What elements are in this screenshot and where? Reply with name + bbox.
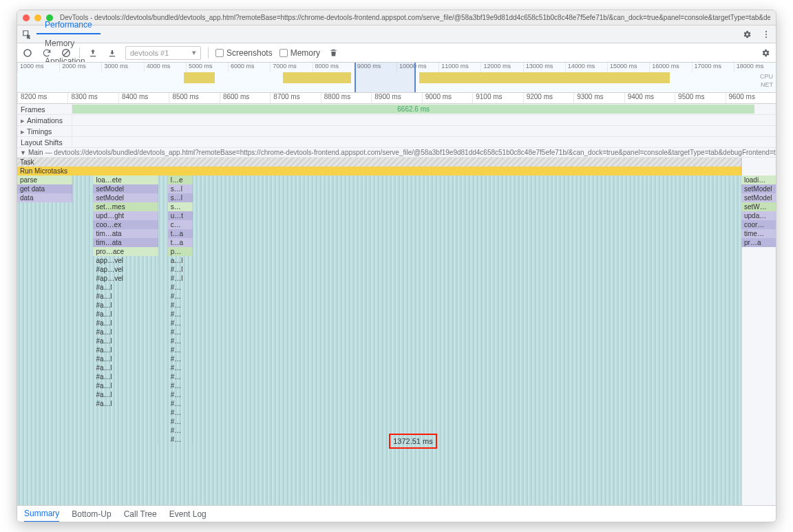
flame-event[interactable]: s…l: [168, 184, 193, 193]
animations-track[interactable]: ▸Animations: [17, 115, 776, 126]
flame-event[interactable]: #…: [168, 408, 193, 417]
flame-row[interactable]: #…: [17, 417, 741, 426]
flame-event[interactable]: [93, 408, 158, 417]
flame-event[interactable]: #a…l: [93, 345, 158, 354]
flame-row[interactable]: #…: [17, 426, 741, 435]
flame-row[interactable]: #a…l#…: [17, 363, 741, 372]
flame-event[interactable]: tim…ata: [93, 238, 158, 247]
flame-event[interactable]: set…mes: [93, 202, 158, 211]
flame-event[interactable]: #a…l: [93, 328, 158, 337]
flame-event[interactable]: #a…l: [93, 381, 158, 390]
flame-event[interactable]: #a…l: [93, 337, 158, 345]
flame-event[interactable]: #a…l: [93, 390, 158, 399]
flame-event[interactable]: #…l: [168, 265, 193, 274]
flame-event[interactable]: a…l: [168, 256, 193, 265]
flame-event[interactable]: #…: [168, 363, 193, 372]
flame-event[interactable]: #…: [168, 319, 193, 328]
flame-event[interactable]: Task: [17, 158, 741, 167]
flame-row[interactable]: #a…l#…: [17, 337, 741, 345]
flame-event[interactable]: #a…l: [93, 292, 158, 301]
details-tab-event-log[interactable]: Event Log: [169, 506, 207, 522]
flame-event[interactable]: #…l: [168, 274, 193, 283]
flame-event[interactable]: #a…l: [93, 310, 158, 319]
flame-event[interactable]: Run Microtasks: [17, 167, 741, 175]
flame-event-right[interactable]: upda…ight: [741, 211, 776, 220]
flame-event-right[interactable]: setW…mes: [741, 202, 776, 211]
settings-icon[interactable]: [737, 30, 757, 39]
profile-select[interactable]: devtools #1 ▾: [125, 46, 201, 60]
flame-event[interactable]: #…: [168, 417, 193, 426]
reload-icon[interactable]: [41, 47, 53, 59]
flame-event[interactable]: #…: [168, 354, 193, 363]
panel-settings-icon[interactable]: [759, 47, 772, 59]
flame-row[interactable]: Task: [17, 158, 741, 167]
flame-event-right[interactable]: setModel: [741, 184, 776, 193]
flame-row[interactable]: datasetModels…l: [17, 193, 741, 202]
download-icon[interactable]: [106, 47, 118, 59]
frame-bar[interactable]: 6662.6 ms: [72, 105, 754, 114]
flame-event[interactable]: data: [17, 193, 72, 202]
flame-row[interactable]: #a…l#…: [17, 390, 741, 399]
flame-row[interactable]: #a…l#…: [17, 381, 741, 390]
flame-row[interactable]: pro…acep…: [17, 247, 741, 256]
flame-row[interactable]: Run Microtasks: [17, 167, 741, 175]
flame-row[interactable]: #a…l#…: [17, 319, 741, 328]
flame-event[interactable]: #…: [168, 283, 193, 292]
flame-row[interactable]: #a…l#…: [17, 345, 741, 354]
details-tab-call-tree[interactable]: Call Tree: [124, 506, 157, 522]
flame-event[interactable]: #a…l: [93, 372, 158, 381]
flame-event[interactable]: #ap…vel: [93, 274, 158, 283]
close-icon[interactable]: [23, 14, 30, 21]
tab-network[interactable]: Network: [36, 10, 101, 17]
flame-event-right[interactable]: coor…dex: [741, 220, 776, 229]
flame-event[interactable]: #…: [168, 310, 193, 319]
flame-event[interactable]: s…: [168, 202, 193, 211]
flame-row[interactable]: #ap…vel#…l: [17, 265, 741, 274]
timings-track[interactable]: ▸Timings: [17, 126, 776, 137]
flame-event[interactable]: #a…l: [93, 319, 158, 328]
flame-row[interactable]: get datasetModels…l: [17, 184, 741, 193]
flame-event[interactable]: #…: [168, 381, 193, 390]
screenshots-checkbox[interactable]: Screenshots: [215, 48, 273, 58]
flame-event[interactable]: s…l: [168, 193, 193, 202]
flame-event[interactable]: #…: [168, 292, 193, 301]
details-tab-summary[interactable]: Summary: [24, 506, 59, 522]
flame-row[interactable]: set…mess…: [17, 202, 741, 211]
flame-event[interactable]: #…: [168, 390, 193, 399]
flame-event[interactable]: p…: [168, 247, 193, 256]
flame-row[interactable]: #a…l#…: [17, 310, 741, 319]
details-tab-bottom-up[interactable]: Bottom-Up: [72, 506, 111, 522]
flame-event[interactable]: [93, 417, 158, 426]
flame-event[interactable]: u…t: [168, 211, 193, 220]
flame-event[interactable]: tim…ata: [93, 229, 158, 238]
flame-event[interactable]: [93, 426, 158, 435]
overview-selection[interactable]: [355, 63, 415, 92]
flame-event[interactable]: #…: [168, 337, 193, 345]
flame-event[interactable]: #…: [168, 399, 193, 408]
flame-event-right[interactable]: pr…a: [741, 238, 776, 247]
flame-row[interactable]: #a…l#…: [17, 399, 741, 408]
flame-row[interactable]: parseloa…etel…e: [17, 175, 741, 184]
flame-event[interactable]: setModel: [93, 184, 158, 193]
flame-event[interactable]: coo…ex: [93, 220, 158, 229]
flame-row[interactable]: #a…l#…: [17, 372, 741, 381]
flame-event[interactable]: upd…ght: [93, 211, 158, 220]
flame-event[interactable]: app…vel: [93, 256, 158, 265]
flame-row[interactable]: #a…l#…: [17, 354, 741, 363]
flame-row[interactable]: #a…l#…: [17, 292, 741, 301]
more-icon[interactable]: [757, 30, 776, 39]
flame-event[interactable]: #…: [168, 435, 193, 444]
flame-event[interactable]: l…e: [168, 175, 193, 184]
flame-row[interactable]: #ap…vel#…l: [17, 274, 741, 283]
flame-event[interactable]: setModel: [93, 193, 158, 202]
flame-event-right[interactable]: time…Data: [741, 229, 776, 238]
flame-event[interactable]: #…: [168, 328, 193, 337]
timeline-overview[interactable]: 1000 ms2000 ms3000 ms4000 ms5000 ms6000 …: [17, 63, 776, 93]
tab-performance[interactable]: Performance: [36, 17, 101, 34]
upload-icon[interactable]: [87, 47, 99, 59]
record-icon[interactable]: [21, 47, 34, 59]
flame-event[interactable]: #a…l: [93, 363, 158, 372]
flame-chart[interactable]: TaskRun Microtasksparseloa…etel…eloadi…e…: [17, 158, 776, 505]
flame-event[interactable]: #a…l: [93, 399, 158, 408]
flame-event[interactable]: #…: [168, 426, 193, 435]
